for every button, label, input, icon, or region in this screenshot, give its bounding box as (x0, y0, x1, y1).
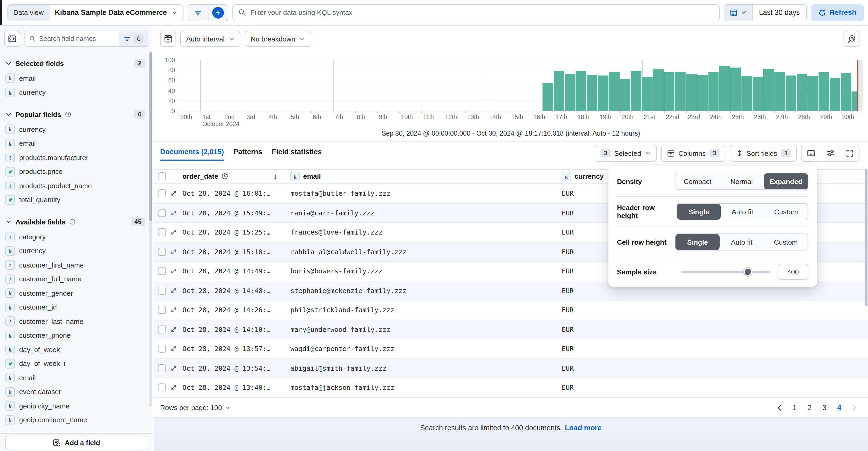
row-checkbox[interactable] (158, 383, 166, 391)
field-section-header-popular-fields[interactable]: Popular fields?6 (0, 106, 153, 122)
histogram-bar[interactable] (642, 77, 652, 110)
expand-document-button[interactable] (170, 248, 177, 255)
previous-page-button[interactable] (773, 401, 786, 414)
breakdown-select[interactable]: No breakdown (245, 31, 311, 47)
expand-document-button[interactable] (170, 326, 177, 333)
tab-documents[interactable]: Documents (2,015) (160, 148, 224, 161)
field-item-customer_gender[interactable]: kcustomer_gender (0, 286, 153, 300)
kql-search-bar[interactable] (232, 4, 720, 21)
field-section-header-selected-fields[interactable]: Selected fields2 (0, 55, 153, 71)
field-item-day_of_week_i[interactable]: #day_of_week_i (0, 357, 153, 371)
grid-scrollbar[interactable] (865, 169, 867, 307)
slider-thumb[interactable] (744, 267, 752, 276)
option-custom[interactable]: Custom (764, 234, 808, 250)
histogram-bar[interactable] (576, 71, 586, 110)
field-item-event.dataset[interactable]: kevent.dataset (0, 385, 153, 399)
field-search[interactable]: 0 (25, 31, 148, 47)
tab-patterns[interactable]: Patterns (234, 148, 262, 161)
page-button-3[interactable]: 3 (818, 401, 831, 414)
field-item-email[interactable]: kemail (0, 136, 153, 151)
field-item-geoip.city_name[interactable]: kgeoip.city_name (0, 399, 153, 413)
expand-document-button[interactable] (170, 267, 177, 275)
option-single[interactable]: Single (676, 234, 720, 250)
histogram-bar[interactable] (620, 79, 630, 110)
row-checkbox[interactable] (158, 345, 166, 353)
field-item-customer_last_name[interactable]: tcustomer_last_name (0, 314, 153, 328)
row-checkbox[interactable] (158, 189, 166, 197)
field-item-total_quantity[interactable]: #total_quantity (0, 193, 153, 207)
histogram-bar[interactable] (543, 83, 553, 111)
histogram-bar[interactable] (852, 92, 857, 110)
histogram-bar[interactable] (587, 75, 597, 110)
option-compact[interactable]: Compact (676, 173, 720, 189)
row-checkbox[interactable] (158, 267, 166, 275)
histogram-bar[interactable] (565, 74, 575, 110)
option-auto-fit[interactable]: Auto fit (720, 234, 764, 250)
field-item-customer_id[interactable]: kcustomer_id (0, 300, 153, 314)
histogram-bar[interactable] (818, 72, 829, 110)
sample-size-slider[interactable] (681, 271, 770, 273)
time-range-button[interactable]: Last 30 days (752, 4, 806, 21)
expand-document-button[interactable] (170, 287, 177, 294)
histogram-bar[interactable] (686, 74, 696, 110)
histogram-bar[interactable] (730, 68, 741, 111)
histogram-bar[interactable] (554, 71, 564, 110)
field-item-customer_first_name[interactable]: tcustomer_first_name (0, 258, 153, 272)
field-item-currency[interactable]: kcurrency (0, 122, 153, 136)
field-item-customer_phone[interactable]: kcustomer_phone (0, 328, 153, 343)
histogram-bar[interactable] (830, 78, 840, 111)
histogram-bar[interactable] (752, 77, 763, 110)
kql-input[interactable] (250, 8, 714, 17)
collapse-sidebar-button[interactable] (4, 31, 20, 47)
refresh-button[interactable]: Refresh (811, 4, 864, 21)
row-height-settings-button[interactable] (821, 145, 840, 161)
page-button-1[interactable]: 1 (788, 401, 801, 414)
page-button-2[interactable]: 2 (803, 401, 816, 414)
row-checkbox[interactable] (158, 228, 166, 236)
row-checkbox[interactable] (158, 325, 166, 333)
field-item-currency[interactable]: kcurrency (0, 244, 153, 258)
tab-field-statistics[interactable]: Field statistics (272, 148, 322, 161)
fullscreen-button[interactable] (840, 145, 859, 161)
expand-document-button[interactable] (170, 209, 177, 216)
field-item-day_of_week[interactable]: kday_of_week (0, 343, 153, 357)
column-header-currency[interactable]: k currency (562, 170, 604, 183)
option-custom[interactable]: Custom (764, 204, 808, 220)
histogram-bar[interactable] (808, 76, 818, 110)
load-more-link[interactable]: Load more (565, 424, 601, 432)
expand-document-button[interactable] (170, 307, 177, 313)
option-single[interactable]: Single (677, 204, 721, 220)
field-item-products.manufacturer[interactable]: tproducts.manufacturer (0, 151, 153, 165)
expand-document-button[interactable] (170, 364, 177, 372)
columns-button[interactable]: Columns 3 (661, 144, 725, 162)
row-checkbox[interactable] (158, 364, 166, 372)
field-item-products.price[interactable]: #products.price (0, 165, 153, 179)
row-checkbox[interactable] (158, 286, 166, 294)
column-header-email[interactable]: k email (290, 170, 321, 183)
field-item-geoip.continent_name[interactable]: kgeoip.continent_name (0, 413, 153, 427)
sidebar-scrollbar[interactable] (150, 52, 152, 221)
histogram-bar[interactable] (719, 66, 730, 110)
histogram-bar[interactable] (609, 72, 619, 110)
expand-document-button[interactable] (170, 384, 177, 391)
filter-button[interactable] (188, 4, 208, 21)
date-quick-menu-button[interactable] (724, 4, 752, 21)
field-item-currency[interactable]: kcurrency (0, 85, 153, 99)
sort-descending-indicator[interactable]: ↓ (273, 170, 277, 183)
field-item-customer_full_name[interactable]: tcustomer_full_name (0, 272, 153, 286)
histogram-bar[interactable] (697, 75, 708, 110)
row-checkbox[interactable] (158, 209, 166, 217)
histogram-bar[interactable] (774, 72, 785, 110)
histogram-bar[interactable] (764, 69, 774, 110)
histogram-bar[interactable] (797, 74, 807, 110)
add-field-button[interactable]: Add a field (5, 436, 147, 449)
field-section-header-available-fields[interactable]: Available fields?45 (0, 214, 153, 230)
field-item-email[interactable]: kemail (0, 71, 153, 85)
expand-document-button[interactable] (170, 345, 177, 352)
field-item-products.product_name[interactable]: tproducts.product_name (0, 179, 153, 193)
histogram-bar[interactable] (653, 69, 663, 110)
row-checkbox[interactable] (158, 248, 166, 256)
interval-select[interactable]: Auto interval (180, 31, 241, 47)
select-all-checkbox[interactable] (158, 172, 166, 180)
histogram-bar[interactable] (785, 76, 796, 110)
